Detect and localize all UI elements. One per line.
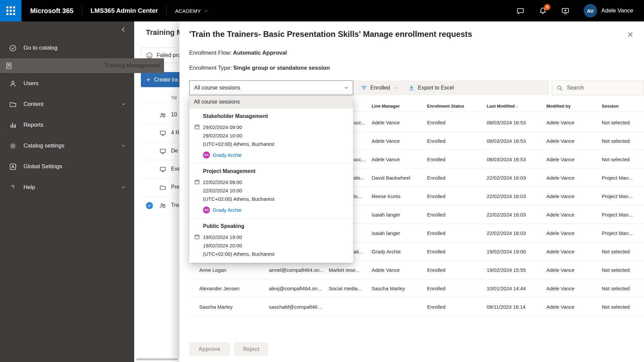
column-header-modified-by[interactable]: Modified by bbox=[546, 104, 602, 109]
status-filter-button[interactable]: Enrolled bbox=[361, 84, 397, 91]
enrollment-table-row[interactable]: Anne Loganannel@compafi464.on...Market r… bbox=[189, 261, 644, 279]
session-filter-value: All course sessions bbox=[194, 85, 240, 91]
session-start: 29/02/2024 09:00 bbox=[203, 123, 348, 131]
screen-share-icon[interactable] bbox=[561, 7, 570, 15]
session-timezone: (UTC+02:00) Athens, Bucharest bbox=[203, 195, 348, 203]
column-header-session[interactable]: Session bbox=[602, 104, 644, 109]
course-title: Tra bbox=[171, 202, 179, 208]
search-box[interactable] bbox=[552, 80, 644, 95]
export-to-excel-button[interactable]: Export to Excel bbox=[408, 84, 454, 91]
session-timezone: (UTC+02:00) Athens, Bucharest bbox=[203, 140, 348, 148]
enrollment-flow-line: Enrollment Flow:Automatic Approval bbox=[189, 50, 287, 56]
title-column-header[interactable]: Titl bbox=[171, 95, 177, 100]
sidebar-item-catalog-settings[interactable]: Catalog settings bbox=[0, 135, 134, 156]
filter-icon bbox=[361, 84, 367, 91]
dropdown-session-options: Stakeholder Management29/02/2024 09:0029… bbox=[189, 109, 353, 263]
column-header-last-modified[interactable]: Last Modified ↓ bbox=[487, 104, 546, 109]
enrollment-table-row[interactable]: Alexander Jensenalexj@compafi464.onm...S… bbox=[189, 279, 644, 298]
table-cell: Not selected bbox=[602, 267, 644, 273]
sidebar-item-reports[interactable]: Reports bbox=[0, 115, 134, 135]
sidebar-item-label: Go to catalog bbox=[23, 45, 57, 51]
table-cell: isaiah langer bbox=[372, 230, 427, 236]
table-cell: Enrolled bbox=[427, 286, 487, 291]
avatar[interactable]: AV bbox=[584, 4, 597, 17]
course-title: 4 R bbox=[171, 130, 179, 136]
calendar-icon bbox=[194, 234, 200, 240]
group-icon bbox=[159, 202, 166, 209]
trainer-link[interactable]: Grady Archie bbox=[213, 152, 242, 158]
horizontal-scrollbar[interactable] bbox=[136, 358, 178, 360]
academy-selector[interactable]: ACADEMY bbox=[175, 8, 208, 14]
notifications-button[interactable]: 9 bbox=[539, 7, 547, 15]
brand-title[interactable]: Microsoft 365 bbox=[30, 7, 73, 15]
column-header-line-manager[interactable]: Line Manager bbox=[372, 104, 427, 109]
session-option[interactable]: Project Management22/02/2024 09:0022/02/… bbox=[189, 163, 353, 218]
table-cell: David Backwheel bbox=[372, 175, 427, 181]
sidebar-item-content[interactable]: Content bbox=[0, 94, 134, 115]
table-cell: Sascha Marley bbox=[372, 286, 427, 291]
calendar-icon bbox=[194, 179, 200, 185]
trainer-link[interactable]: Grady Archie bbox=[213, 207, 242, 213]
sidebar-item-help[interactable]: Help bbox=[0, 177, 134, 198]
table-cell: Adele Vance bbox=[546, 286, 602, 291]
panel-title: 'Train the Trainers- Basic Presentation … bbox=[189, 29, 472, 39]
sidebar-item-label: Content bbox=[23, 101, 44, 108]
session-filter-select[interactable]: All course sessions bbox=[189, 80, 353, 95]
sidebar-item-users[interactable]: Users bbox=[0, 73, 134, 94]
folder-icon bbox=[159, 184, 166, 191]
column-header-enrollment-status[interactable]: Enrollment Status bbox=[427, 104, 487, 109]
app-launcher-button[interactable] bbox=[0, 0, 21, 21]
session-title: Stakeholder Management bbox=[203, 113, 348, 120]
course-title: De bbox=[171, 148, 178, 154]
session-title: Project Management bbox=[203, 168, 348, 175]
session-end: 19/02/2024 20:00 bbox=[203, 241, 348, 250]
table-cell: Social media... bbox=[329, 286, 372, 291]
status-filter-value: Enrolled bbox=[370, 85, 390, 91]
enrollment-table-row[interactable]: Sascha MarleysaschaM@compafi464....Enrol… bbox=[189, 298, 644, 316]
table-cell: Anne Logan bbox=[199, 267, 269, 273]
table-cell: Project Man... bbox=[602, 212, 644, 218]
close-icon[interactable] bbox=[627, 31, 634, 38]
enrollment-type-line: Enrollment Type:Single group or standalo… bbox=[189, 65, 330, 71]
table-cell: Adele Vance bbox=[546, 267, 602, 273]
monitor-icon bbox=[159, 130, 166, 137]
table-cell: 22/02/2024 16:03 bbox=[487, 230, 546, 236]
sidebar-item-global-settings[interactable]: Global Settings bbox=[0, 156, 134, 177]
dropdown-option-all-sessions[interactable]: All course sessions bbox=[189, 95, 353, 109]
table-cell: 19/02/2024 19:00 bbox=[487, 249, 546, 254]
sidebar: Go to catalogTraining ManagementUsersCon… bbox=[0, 21, 134, 362]
chat-icon[interactable] bbox=[516, 7, 525, 15]
sidebar-collapse-button[interactable] bbox=[0, 21, 134, 38]
search-input[interactable] bbox=[566, 84, 639, 91]
chevron-down-icon bbox=[204, 9, 208, 13]
chart-icon bbox=[9, 121, 17, 129]
session-dropdown: All course sessions Stakeholder Manageme… bbox=[189, 95, 353, 263]
academy-label: ACADEMY bbox=[175, 8, 201, 14]
table-cell: Enrolled bbox=[427, 212, 487, 218]
account-menu[interactable]: AV Adele Vance bbox=[584, 4, 633, 17]
session-title: Public Speaking bbox=[203, 223, 348, 230]
table-cell: 08/03/2024 16:53 bbox=[487, 120, 546, 125]
session-option[interactable]: Stakeholder Management29/02/2024 09:0029… bbox=[189, 109, 353, 163]
sidebar-item-training-management[interactable]: Training Management bbox=[0, 58, 164, 73]
chevron-left-icon bbox=[120, 26, 127, 33]
topbar-divider bbox=[166, 6, 167, 16]
table-cell: Project Man... bbox=[602, 230, 644, 236]
user-name: Adele Vance bbox=[601, 7, 633, 14]
approve-button[interactable]: Approve bbox=[189, 343, 230, 356]
sidebar-item-label: Help bbox=[23, 184, 35, 191]
table-cell: Adele Vance bbox=[546, 249, 602, 254]
enrollment-type-label: Enrollment Type: bbox=[189, 65, 232, 71]
notification-badge: 9 bbox=[544, 4, 550, 10]
table-cell: Grady Archie bbox=[372, 249, 427, 254]
session-option[interactable]: Public Speaking19/02/2024 19:0019/02/202… bbox=[189, 218, 353, 263]
sidebar-item-go-to-catalog[interactable]: Go to catalog bbox=[0, 38, 134, 58]
table-cell: saschaM@compafi464.... bbox=[269, 304, 329, 310]
table-cell: Not selected bbox=[602, 157, 644, 162]
reject-button[interactable]: Reject bbox=[234, 343, 268, 356]
enrollment-flow-value: Automatic Approval bbox=[233, 50, 287, 56]
table-cell: Adele Vance bbox=[546, 230, 602, 236]
admin-center-title[interactable]: LMS365 Admin Center bbox=[91, 7, 158, 14]
chevron-down-icon bbox=[121, 143, 126, 148]
table-cell: Not selected bbox=[602, 249, 644, 254]
